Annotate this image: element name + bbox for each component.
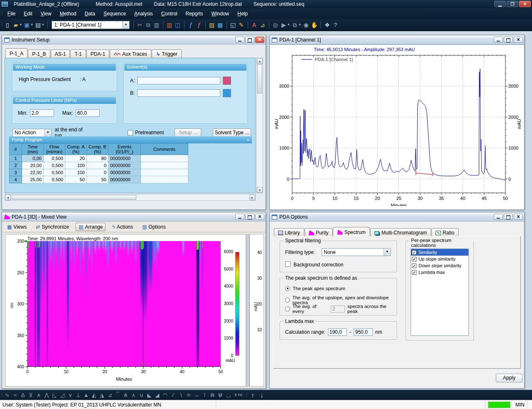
arrange-button[interactable]: ▤Arrange	[76, 223, 106, 231]
single-run-dropdown-icon[interactable]: ▼	[287, 23, 291, 27]
cell-r4-c2[interactable]: 0,500	[44, 176, 65, 183]
apex-spectrum-radio[interactable]	[285, 286, 290, 291]
split-peak-icon[interactable]: ⋀	[43, 392, 51, 398]
maximize-button[interactable]	[504, 37, 513, 43]
tab-multi-chromatogram[interactable]: Multi-Chromatogram	[370, 228, 431, 237]
checked-checkbox[interactable]: ✓	[412, 250, 416, 255]
overlay-spectra-icon[interactable]: A	[251, 21, 258, 29]
cell-r3-c4[interactable]: 0	[87, 169, 108, 176]
close-button[interactable]: ✕	[514, 214, 523, 220]
tab-aux-traces[interactable]: Aux Traces	[110, 49, 151, 58]
tab-library[interactable]: Library	[274, 228, 304, 237]
horizontal-baseline-icon[interactable]: ⊥	[74, 392, 82, 398]
cell-r3-c0[interactable]: 3	[10, 169, 22, 176]
start-integration-icon[interactable]: ◺	[51, 392, 59, 398]
view-report-icon[interactable]: ▩	[217, 21, 224, 29]
cell-r1-c0[interactable]: 1	[10, 155, 22, 162]
channel-selector[interactable]: 1: PDA-1 [Channel 1]▼	[52, 21, 130, 29]
annotate-graph-icon[interactable]: ✎	[238, 21, 245, 29]
pda-options-title-bar[interactable]: PDA Options ✕	[270, 212, 524, 222]
baseline-all-icon[interactable]: ≈	[11, 392, 19, 398]
menu-item-window[interactable]: Window	[207, 9, 234, 18]
chromatogram-plot[interactable]: 0510152025303540455000100010002000200030…	[272, 51, 524, 207]
graph-setup-icon[interactable]: ◱	[229, 21, 237, 29]
range-to-field[interactable]	[354, 328, 373, 336]
tab-as-1[interactable]: AS-1	[51, 49, 70, 58]
cell-r1-c3[interactable]: 20	[65, 155, 87, 162]
pane-splitter[interactable]	[246, 234, 249, 387]
pretreatment-checkbox[interactable]	[128, 130, 133, 136]
checked-checkbox[interactable]: ✓	[412, 257, 416, 261]
review-icon[interactable]: ◉	[302, 21, 310, 29]
print-preview-icon[interactable]: ◎	[272, 21, 279, 29]
arrows-grip[interactable]: ⁞	[246, 393, 247, 397]
menu-item-file[interactable]: File	[3, 9, 20, 18]
fill-peak-icon[interactable]: ▲	[82, 392, 90, 398]
peak-width-icon[interactable]: ↔	[193, 392, 201, 398]
interactive-tool-icon[interactable]: ❖	[323, 21, 331, 29]
tab-purity[interactable]: Purity	[305, 228, 333, 237]
valley-baseline-icon[interactable]: ∪	[138, 392, 145, 398]
cell-r1-c6[interactable]	[141, 155, 188, 162]
trace-window-icon[interactable]: ◫	[174, 21, 182, 29]
merge-peaks-icon[interactable]: ⋏	[130, 392, 138, 398]
maximize-button[interactable]	[245, 214, 254, 220]
tab-ratio[interactable]: ∿Ratio	[431, 228, 458, 237]
data-acquisition-icon[interactable]: ▧	[166, 21, 173, 29]
max-pressure-field[interactable]	[76, 109, 100, 117]
retention-time-icon[interactable]: ⊺	[201, 392, 209, 398]
cell-r3-c2[interactable]: 0,500	[44, 169, 65, 176]
menu-item-data[interactable]: Data	[81, 9, 99, 18]
sequence-run-dropdown-icon[interactable]: ▼	[298, 23, 301, 27]
cell-r1-c5[interactable]: 00000000	[108, 155, 141, 162]
synchronize-button[interactable]: ⇄Synchronize	[33, 223, 71, 231]
menu-item-view[interactable]: View	[37, 9, 56, 18]
cell-r2-c6[interactable]	[141, 162, 188, 169]
cell-r2-c2[interactable]: 0,500	[44, 162, 65, 169]
heatmap-view[interactable]: Time: 29,8991 Minutes, Wavelength: 200 n…	[5, 234, 246, 387]
edit-report-icon[interactable]: ▨	[208, 21, 216, 29]
threshold-icon[interactable]: ≐	[185, 392, 193, 398]
apply-button[interactable]: Apply	[496, 374, 522, 382]
app-maximize-button[interactable]: ❐	[507, 1, 518, 7]
cell-r2-c1[interactable]: 20,00	[22, 162, 44, 169]
cell-r4-c1[interactable]: 25,00	[22, 176, 44, 183]
app-close-button[interactable]: ✕	[519, 1, 531, 7]
group-peaks-icon[interactable]: ⋒	[209, 392, 217, 398]
app-minimize-button[interactable]: ▁	[494, 1, 506, 7]
stop-icon[interactable]: ✋	[310, 21, 318, 29]
cell-r2-c4[interactable]: 0	[87, 162, 108, 169]
function-setup-icon[interactable]: ƒ	[195, 21, 203, 29]
open-method-icon[interactable]: ▰	[12, 21, 20, 29]
manual-baseline-icon[interactable]: ∿	[3, 392, 11, 398]
cell-r2-c5[interactable]: 00000000	[108, 162, 141, 169]
cell-r4-c5[interactable]: 00000000	[108, 176, 141, 183]
per-peak-item-similarity[interactable]: ✓Similarity	[411, 249, 468, 256]
menu-item-method[interactable]: Method	[56, 9, 81, 18]
ungroup-peaks-icon[interactable]: ⋓	[217, 392, 224, 398]
menu-item-sequence[interactable]: Sequence	[99, 9, 130, 18]
tab-spectrum[interactable]: Spectrum	[333, 227, 369, 237]
print-dropdown-icon[interactable]: ▼	[42, 23, 45, 27]
cell-r2-c0[interactable]: 2	[10, 162, 22, 169]
cell-r3-c1[interactable]: 22,00	[22, 169, 44, 176]
solvent-b-swatch[interactable]	[223, 89, 231, 97]
checked-checkbox[interactable]: ✓	[412, 264, 416, 268]
reject-peak-icon[interactable]: ⊻	[27, 392, 35, 398]
stop-integration-icon[interactable]: ◿	[59, 392, 66, 398]
up-slope-icon[interactable]: ∕	[169, 392, 177, 398]
instrument-setup-title-bar[interactable]: Instrument Setup ✕	[2, 35, 266, 44]
tangent-skim-icon[interactable]: ⊿	[106, 392, 114, 398]
views-button[interactable]: ▦Views	[5, 223, 29, 231]
front-area-icon[interactable]: ◣	[145, 392, 153, 398]
single-run-icon[interactable]: ▶	[280, 21, 288, 29]
accept-peak-icon[interactable]: ∧	[35, 392, 43, 398]
peak-info-icon[interactable]: ∆	[19, 392, 27, 398]
vertical-scrollbar[interactable]: ▲ ▼	[256, 58, 263, 193]
heatmap-canvas[interactable]: ▼	[28, 241, 221, 367]
close-button[interactable]: ✕	[255, 214, 264, 220]
background-correction-checkbox[interactable]	[285, 261, 291, 267]
solvent-a-swatch[interactable]	[223, 76, 231, 85]
cell-r4-c6[interactable]	[141, 176, 188, 183]
close-button[interactable]: ✕	[514, 37, 523, 43]
